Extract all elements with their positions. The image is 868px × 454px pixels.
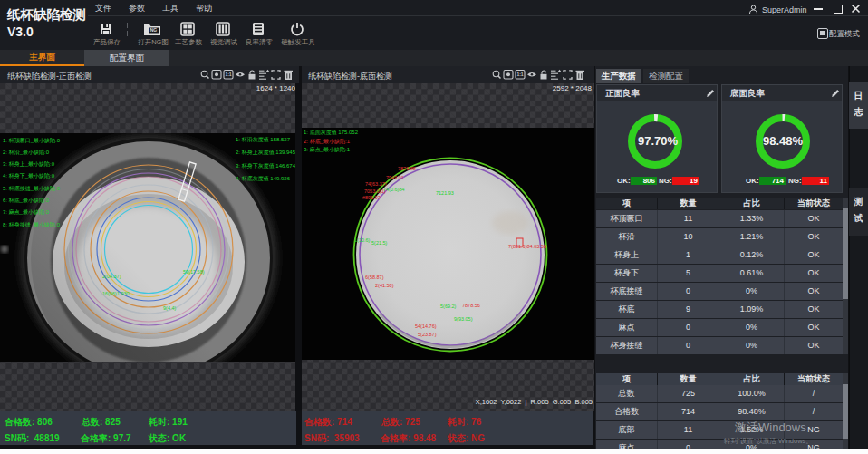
svg-text:5(21.5): 5(21.5): [371, 240, 388, 246]
svg-text:7: 麻点_最小缺陷:0: 7: 麻点_最小缺陷:0: [3, 208, 50, 216]
svg-text:2(04.37): 2(04.37): [102, 274, 121, 279]
svg-text:3: 麻点_最小缺陷:1: 3: 麻点_最小缺陷:1: [304, 146, 351, 153]
svg-text:2: 杯沿_最小缺陷:0: 2: 杯沿_最小缺陷:0: [3, 149, 50, 156]
svg-text:8: 杯身接缝_最小缺陷:0: 8: 杯身接缝_最小缺陷:0: [3, 221, 61, 228]
svg-text:5(69.2): 5(69.2): [440, 304, 457, 309]
svg-text:5: 杯底接缝_最小缺陷:0: 5: 杯底接缝_最小缺陷:0: [3, 185, 61, 192]
svg-text:1: 杯顶噘口_最小缺陷:0: 1: 杯顶噘口_最小缺陷:0: [3, 137, 61, 144]
svg-text:2: 杯底_最小缺陷:1: 2: 杯底_最小缺陷:1: [304, 138, 351, 145]
svg-text:1(10.6): 1(10.6): [354, 237, 371, 243]
svg-text:1:1: 1:1: [516, 72, 523, 77]
svg-text:9(93.05): 9(93.05): [454, 316, 473, 322]
svg-text:7(821.6)84.03.58: 7(821.6)84.03.58: [508, 244, 546, 249]
svg-text:5(23.87): 5(23.87): [418, 332, 437, 337]
svg-text:NG: NG: [150, 27, 158, 33]
svg-text:6(58.87): 6(58.87): [365, 275, 384, 280]
svg-text:7876.88: 7876.88: [398, 166, 416, 171]
svg-text:3: 杯身下灰度值 146.674: 3: 杯身下灰度值 146.674: [236, 162, 295, 169]
svg-text:54(14.76): 54(14.76): [415, 324, 437, 329]
svg-text:4: 杯身下_最小缺陷:0: 4: 杯身下_最小缺陷:0: [3, 172, 55, 179]
svg-text:59(17.58): 59(17.58): [183, 269, 205, 275]
svg-text:16(06)1.930: 16(06)1.930: [102, 291, 130, 296]
svg-text:1: 杯沿灰度值 158.527: 1: 杯沿灰度值 158.527: [236, 136, 291, 143]
svg-text:1:1: 1:1: [225, 72, 231, 77]
svg-text:1: 底面灰度值 175.052: 1: 底面灰度值 175.052: [304, 129, 359, 136]
svg-text:4: 杯底灰度值 149.926: 4: 杯底灰度值 149.926: [236, 175, 291, 182]
svg-text:#891.97: #891.97: [362, 195, 381, 200]
svg-text:74(0.6)84: 74(0.6)84: [383, 187, 405, 192]
svg-text:2(41.58): 2(41.58): [375, 283, 394, 288]
svg-text:7121.93: 7121.93: [436, 190, 454, 196]
svg-text:7878.56: 7878.56: [462, 303, 480, 308]
svg-text:9(4.4): 9(4.4): [163, 305, 177, 311]
svg-text:2: 杯身上灰度值 139.945: 2: 杯身上灰度值 139.945: [236, 149, 295, 156]
svg-text:7949.01: 7949.01: [386, 175, 404, 180]
svg-text:6: 杯底_最小缺陷:0: 6: 杯底_最小缺陷:0: [3, 197, 50, 204]
svg-text:3: 杯身上_最小缺陷:0: 3: 杯身上_最小缺陷:0: [3, 160, 55, 168]
